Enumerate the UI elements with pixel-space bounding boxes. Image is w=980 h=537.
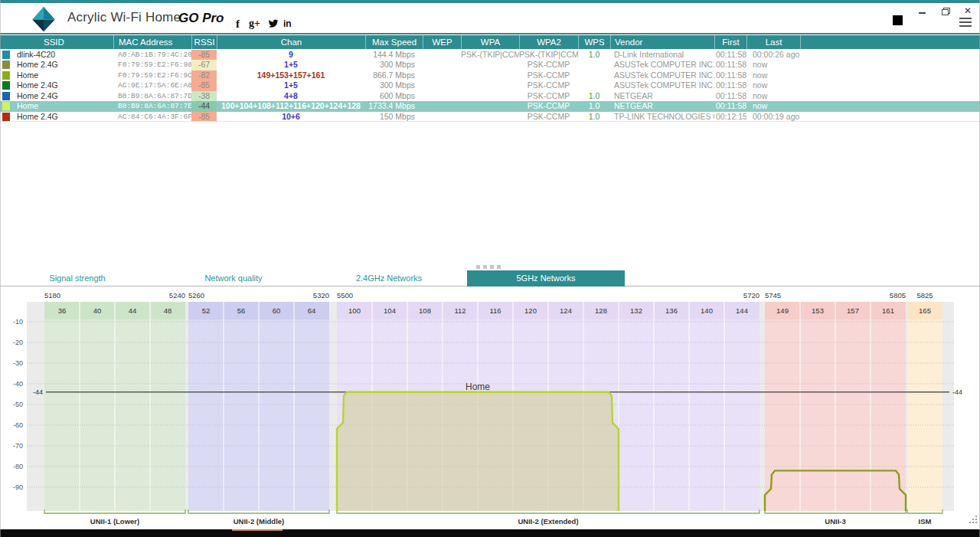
cell-last: now	[746, 70, 800, 80]
cell-first: 00:11:58	[714, 60, 746, 70]
col-header-wps[interactable]: WPS	[578, 35, 610, 49]
cell-rssi: -85	[191, 50, 217, 60]
y-axis-tick: -20	[13, 339, 23, 346]
cell-first: 00:11:58	[714, 91, 746, 101]
cell-mac: B0:B9:8A:6A:87:7E	[113, 101, 191, 111]
cell-first: 00:11:58	[714, 70, 746, 80]
ssid-label: dlink-4C20	[17, 50, 55, 59]
resize-grip-icon[interactable]	[975, 522, 977, 523]
col-header-last[interactable]: Last	[746, 35, 800, 49]
channel-label: 104	[384, 306, 396, 315]
frequency-label: 5745	[765, 291, 781, 300]
cell-wep	[423, 60, 461, 70]
col-header-wpa[interactable]: WPA	[461, 35, 519, 49]
cell-max-speed: 600 Mbps	[365, 91, 423, 101]
menu-button[interactable]	[959, 18, 972, 27]
cell-mac: A0:AB:1B:79:4C:20	[113, 50, 191, 60]
acrylic-logo-icon	[29, 5, 58, 34]
channel-label: 112	[454, 306, 466, 315]
channel-label: 140	[701, 306, 713, 315]
cell-chan: 1+5	[217, 60, 365, 70]
tab-network-quality[interactable]: Network quality	[187, 270, 280, 287]
cell-wps: 1.0	[578, 50, 610, 60]
cell-max-speed: 300 Mbps	[365, 80, 423, 90]
band-name-label: UNII-1 (Lower)	[90, 517, 139, 526]
restore-button[interactable]	[939, 5, 951, 16]
table-row[interactable]: HomeB0:B9:8A:6A:87:7E-44100+104+108+112+…	[0, 101, 980, 111]
table-row[interactable]: Home 2.4GB0:B9:8A:6A:87:7D-384+8600 Mbps…	[0, 91, 980, 101]
cell-rssi: -85	[191, 112, 217, 121]
reference-value-right: -44	[952, 388, 962, 396]
cell-last: 00:00:26 ago	[746, 50, 800, 60]
y-axis-tick: -50	[13, 401, 23, 408]
stop-capture-button[interactable]	[893, 15, 903, 25]
table-row[interactable]: Home 2.4GF0:79:59:E2:F6:98-671+5300 Mbps…	[0, 60, 980, 70]
col-header-rssi[interactable]: RSSI	[191, 35, 217, 49]
col-header-mac[interactable]: MAC Address	[113, 35, 191, 49]
resize-grip-icon[interactable]	[972, 522, 974, 523]
table-row[interactable]: Home 2.4GAC:84:C6:4A:3F:6F-8510+6150 Mbp…	[0, 112, 980, 122]
frequency-label: 5500	[337, 291, 353, 300]
channel-label: 120	[524, 306, 537, 315]
cell-first: 00:11:58	[714, 50, 746, 60]
ssid-label: Home	[17, 70, 38, 80]
resize-grip-icon[interactable]	[975, 519, 977, 520]
cell-ssid: Home 2.4G	[0, 91, 113, 101]
band-name-label: UNII-2 (Extended)	[518, 517, 578, 526]
app-window: Acrylic Wi-Fi Home GO Pro f g+ in ✕ SSID…	[0, 0, 980, 537]
cell-max-speed: 150 Mbps	[365, 112, 423, 121]
google-plus-icon[interactable]: g+	[249, 17, 260, 31]
frequency-label: 5825	[916, 291, 933, 300]
cell-ssid: Home	[0, 101, 113, 111]
cell-last: now	[746, 91, 800, 101]
cell-mac: F0:79:59:E2:F6:9C	[113, 70, 191, 80]
cell-rssi: -85	[191, 80, 217, 90]
channel-label: 52	[202, 306, 211, 315]
cell-wep	[423, 80, 461, 90]
col-header-wep[interactable]: WEP	[423, 35, 461, 49]
y-axis-tick: -60	[13, 421, 23, 429]
channel-label: 40	[93, 306, 102, 315]
band-name-label: ISM	[919, 517, 932, 526]
col-header-chan[interactable]: Chan	[217, 35, 365, 49]
channel-label: 36	[58, 306, 67, 315]
cell-vendor: ASUSTek COMPUTER INC.	[610, 70, 714, 80]
table-header: SSID MAC Address RSSI Chan Max Speed WEP…	[0, 35, 980, 49]
cell-wep	[423, 50, 461, 60]
channel-label: 48	[164, 306, 172, 315]
y-axis-tick: -90	[13, 483, 23, 491]
resize-grip-icon[interactable]	[972, 519, 974, 520]
linkedin-icon[interactable]: in	[283, 17, 292, 31]
resize-grip-icon[interactable]	[969, 522, 971, 523]
tab-24ghz-networks[interactable]: 2.4GHz Networks	[342, 270, 436, 287]
cell-ssid: Home 2.4G	[0, 60, 113, 70]
table-row[interactable]: HomeF0:79:59:E2:F6:9C-82149+153+157+1618…	[0, 70, 980, 80]
table-row[interactable]: Home 2.4GAC:9E:17:5A:6E:A8-851+5300 Mbps…	[0, 80, 980, 90]
tab-drag-handle-icon[interactable]	[476, 265, 501, 269]
minimize-button[interactable]	[916, 5, 928, 16]
restore-icon	[942, 8, 949, 14]
cell-chan: 1+5	[217, 80, 365, 90]
go-pro-link[interactable]: GO Pro	[178, 11, 224, 26]
ssid-label: Home 2.4G	[17, 80, 58, 90]
tab-5ghz-networks[interactable]: 5GHz Networks	[467, 270, 625, 287]
col-header-max-speed[interactable]: Max Speed	[365, 35, 423, 49]
col-header-vendor[interactable]: Vendor	[610, 35, 714, 49]
close-button[interactable]: ✕	[962, 5, 974, 16]
col-header-ssid[interactable]: SSID	[0, 35, 113, 49]
col-header-wpa2[interactable]: WPA2	[519, 35, 578, 49]
table-row[interactable]: dlink-4C20A0:AB:1B:79:4C:20-859144.4 Mbp…	[0, 50, 980, 60]
tab-signal-strength[interactable]: Signal strength	[31, 270, 124, 287]
col-header-first[interactable]: First	[714, 35, 746, 49]
ssid-label: Home 2.4G	[17, 91, 58, 100]
cell-wps: 1.0	[578, 112, 610, 121]
twitter-icon[interactable]	[267, 17, 279, 31]
channel-label: 136	[665, 306, 678, 315]
cell-max-speed: 144.4 Mbps	[365, 50, 423, 60]
cell-wpa2: PSK-CCMP	[519, 101, 578, 111]
cell-chan: 9	[217, 50, 365, 60]
ssid-color-swatch	[2, 51, 10, 59]
facebook-icon[interactable]: f	[236, 17, 240, 31]
resize-grip-icon[interactable]	[975, 516, 977, 517]
cell-wps: 1.0	[578, 101, 610, 111]
